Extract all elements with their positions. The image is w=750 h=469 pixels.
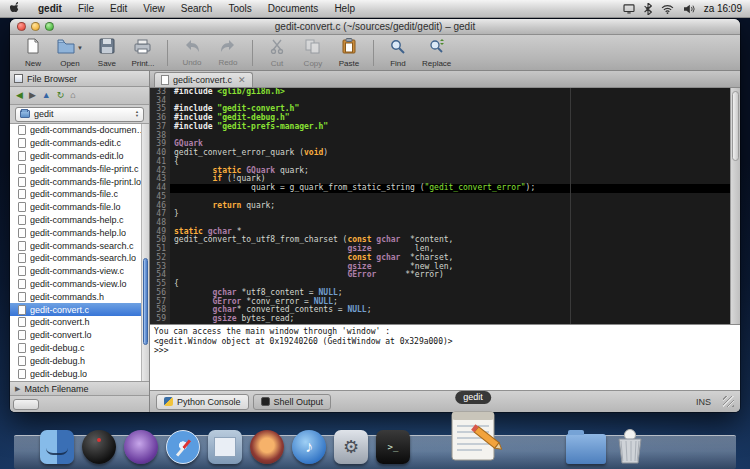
code-line[interactable]: gsize bytes_read;	[174, 315, 730, 324]
print-button[interactable]: Print...	[126, 38, 160, 68]
menu-clock[interactable]: za 16:09	[704, 3, 742, 14]
file-row[interactable]: gedit-convert.c	[10, 303, 149, 316]
file-row[interactable]: gedit-commands-view.c	[10, 265, 149, 278]
file-row[interactable]: gedit-commands-edit.lo	[10, 150, 149, 163]
home-button[interactable]: ⌂	[70, 91, 75, 100]
copy-button[interactable]: Copy	[296, 38, 330, 68]
zoom-button[interactable]	[45, 22, 54, 31]
trash-icon[interactable]	[614, 428, 646, 464]
bluetooth-icon[interactable]	[644, 3, 652, 15]
volume-icon[interactable]	[683, 4, 695, 14]
file-row[interactable]: gedit-commands-view.lo	[10, 278, 149, 291]
up-button[interactable]: ▲	[42, 91, 51, 100]
file-row[interactable]: gedit-debug.h	[10, 354, 149, 367]
refresh-button[interactable]: ↻	[57, 91, 65, 100]
itunes-icon[interactable]: ♪	[292, 430, 326, 464]
code-line[interactable]: #include <glib/gi18n.h>	[174, 88, 730, 97]
sidebar-scrollbar[interactable]	[141, 124, 149, 381]
code-line[interactable]: GError **error)	[174, 271, 730, 280]
terminal-icon[interactable]: >_	[376, 430, 410, 464]
menu-documents[interactable]: Documents	[260, 0, 327, 18]
apple-icon	[10, 1, 21, 16]
file-row[interactable]: gedit-commands-file-print.lo	[10, 175, 149, 188]
menu-app-gedit[interactable]: gedit	[30, 0, 70, 18]
resize-grip[interactable]	[723, 396, 734, 407]
file-row[interactable]: gedit-convert.lo	[10, 329, 149, 342]
side-panel-header[interactable]: File Browser	[10, 71, 149, 87]
menu-help[interactable]: Help	[326, 0, 363, 18]
file-icon	[18, 305, 26, 315]
code-line[interactable]: #include "gedit-prefs-manager.h"	[174, 123, 730, 132]
titlebar[interactable]: gedit-convert.c (~/sources/gedit/gedit) …	[10, 19, 740, 35]
tab-gedit-convert[interactable]: gedit-convert.c ✕	[154, 72, 253, 87]
time-machine-icon[interactable]	[124, 430, 158, 464]
close-button[interactable]	[17, 22, 26, 31]
match-filename[interactable]: ▶ Match Filename	[10, 381, 149, 395]
back-button[interactable]: ◀	[16, 91, 23, 100]
file-row[interactable]: gedit-debug.lo	[10, 367, 149, 380]
file-row[interactable]: gedit-commands.h	[10, 290, 149, 303]
photo-booth-icon[interactable]	[250, 430, 284, 464]
file-icon	[18, 202, 26, 212]
tab-close-icon[interactable]: ✕	[238, 75, 246, 85]
undo-button[interactable]: Undo	[175, 38, 209, 67]
menu-search[interactable]: Search	[173, 0, 221, 18]
file-row[interactable]: gedit-commands-documents.c	[10, 124, 149, 137]
file-row[interactable]: gedit-commands-search.lo	[10, 252, 149, 265]
file-row[interactable]: gedit-commands-help.lo	[10, 226, 149, 239]
minimize-button[interactable]	[31, 22, 40, 31]
apple-menu[interactable]	[8, 1, 22, 16]
file-row[interactable]: gedit-commands-edit.c	[10, 137, 149, 150]
sidebar-footer-widget[interactable]	[13, 399, 39, 410]
file-icon	[18, 343, 26, 353]
code-line[interactable]: }	[174, 210, 730, 219]
wifi-icon[interactable]	[661, 4, 674, 14]
code-line[interactable]: quark = g_quark_from_static_string ("ged…	[170, 184, 730, 193]
gedit-window: gedit-convert.c (~/sources/gedit/gedit) …	[10, 19, 740, 412]
document-tab-bar: gedit-convert.c ✕	[150, 71, 740, 88]
code-area[interactable]: #include <glib/gi18n.h>#include "gedit-c…	[170, 88, 730, 324]
find-button[interactable]: Find	[381, 38, 415, 68]
file-row[interactable]: gedit-commands-search.c	[10, 239, 149, 252]
menu-tools[interactable]: Tools	[220, 0, 259, 18]
display-icon[interactable]	[623, 4, 635, 14]
code-editor[interactable]: 3334353637383940414243444546474849505152…	[150, 88, 740, 324]
file-row[interactable]: gedit-commands-file-print.c	[10, 162, 149, 175]
safari-icon[interactable]	[166, 430, 200, 464]
dashboard-icon[interactable]	[82, 430, 116, 464]
code-line[interactable]: return quark;	[174, 202, 730, 211]
file-row[interactable]: gedit-commands-file.c	[10, 188, 149, 201]
menu-file[interactable]: File	[70, 0, 102, 18]
downloads-folder-icon[interactable]	[566, 434, 606, 464]
forward-button[interactable]: ▶	[29, 91, 36, 100]
panel-icon	[14, 74, 23, 83]
mail-icon[interactable]	[208, 430, 242, 464]
code-line[interactable]	[174, 219, 730, 228]
editor-scrollbar[interactable]	[730, 88, 740, 324]
python-console-output[interactable]: You can access the main window through '…	[150, 324, 740, 390]
open-button[interactable]: ▼ Open	[52, 38, 88, 68]
expander-icon: ▶	[15, 385, 20, 393]
location-combo[interactable]: gedit ▲▼	[15, 107, 144, 122]
system-preferences-icon[interactable]: ⚙	[334, 430, 368, 464]
menu-edit[interactable]: Edit	[102, 0, 135, 18]
file-row[interactable]: gedit-commands-file.lo	[10, 201, 149, 214]
file-row[interactable]: gedit-commands-help.c	[10, 214, 149, 227]
save-button[interactable]: Save	[90, 37, 124, 68]
cut-button[interactable]: Cut	[260, 38, 294, 68]
file-browser-toolbar: ◀ ▶ ▲ ↻ ⌂	[10, 87, 149, 105]
file-row[interactable]: gedit-convert.h	[10, 316, 149, 329]
folder-icon	[20, 110, 30, 118]
file-row[interactable]: gedit-debug.c	[10, 342, 149, 355]
code-line[interactable]: gedit_convert_error_quark (void)	[174, 149, 730, 158]
open-dropdown-icon[interactable]: ▼	[77, 45, 83, 51]
finder-icon[interactable]	[40, 430, 74, 464]
redo-button[interactable]: Redo	[211, 38, 245, 67]
paste-button[interactable]: Paste	[332, 37, 366, 68]
gedit-dock-icon[interactable]	[444, 406, 502, 464]
code-line[interactable]	[174, 132, 730, 141]
replace-button[interactable]: Replace	[417, 38, 456, 68]
file-icon	[18, 317, 26, 327]
menu-view[interactable]: View	[135, 0, 173, 18]
new-button[interactable]: New	[16, 37, 50, 68]
